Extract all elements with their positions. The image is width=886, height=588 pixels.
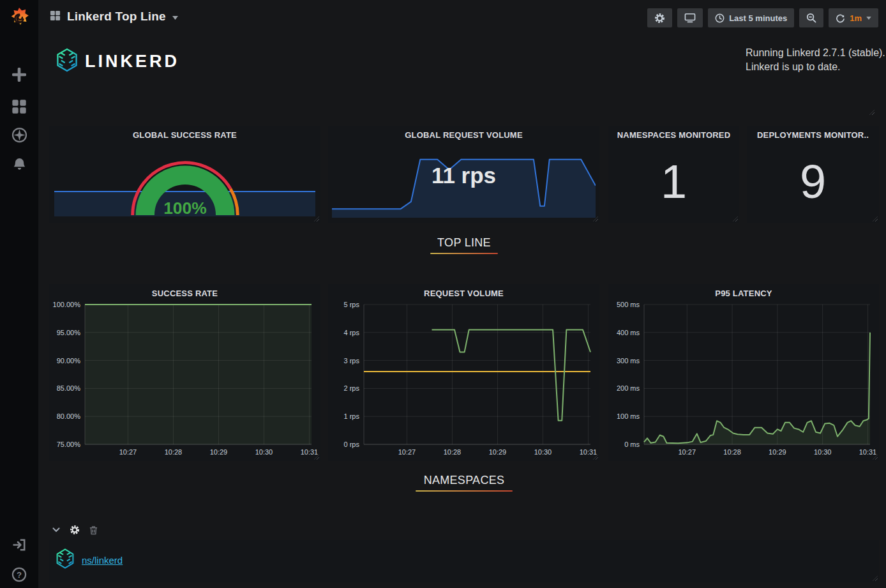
svg-text:75.00%: 75.00%	[57, 441, 81, 448]
row-header-top-line: TOP LINE	[49, 236, 879, 254]
row-underline	[416, 490, 513, 492]
panel-resize-handle[interactable]	[869, 110, 875, 115]
zoom-out-magnifier-icon	[806, 13, 816, 23]
panel-request-volume-chart: REQUEST VOLUME 5 rps4 rps3 rps2 rps1 rps…	[328, 284, 599, 461]
row-delete-trash-icon[interactable]	[89, 525, 98, 535]
svg-text:10:29: 10:29	[489, 448, 507, 456]
dashboards-icon[interactable]	[0, 99, 38, 114]
time-range-button[interactable]: Last 5 minutes	[708, 8, 794, 27]
status-line-1: Running Linkerd 2.7.1 (stable).	[746, 46, 885, 60]
page-title[interactable]: Linkerd Top Line	[67, 10, 166, 24]
panel-p95-latency-chart: P95 LATENCY 500 ms400 ms300 ms200 ms100 …	[608, 284, 879, 461]
linkerd-hexagon-icon	[54, 548, 76, 572]
panel-success-rate-chart: SUCCESS RATE 100.00%95.00%90.00%85.00%80…	[49, 284, 320, 461]
svg-text:100 ms: 100 ms	[617, 412, 640, 420]
svg-text:0 ms: 0 ms	[624, 441, 640, 448]
dashboard-settings-button[interactable]	[647, 8, 672, 27]
svg-text:10:29: 10:29	[769, 448, 786, 456]
namespace-link[interactable]: ns/linkerd	[82, 555, 123, 566]
dashboard-title-group[interactable]: Linkerd Top Line	[50, 10, 178, 24]
svg-text:2 rps: 2 rps	[344, 384, 360, 392]
clock-icon	[715, 13, 725, 23]
tv-monitor-icon	[684, 13, 696, 23]
panel-title[interactable]: GLOBAL REQUEST VOLUME	[328, 126, 599, 144]
svg-text:10:30: 10:30	[255, 448, 273, 456]
svg-text:90.00%: 90.00%	[57, 357, 81, 365]
linkerd-status-text: Running Linkerd 2.7.1 (stable). Linkerd …	[746, 46, 885, 74]
panel-global-request-volume: GLOBAL REQUEST VOLUME 11 rps	[328, 126, 599, 223]
refresh-button-group[interactable]: 1m	[829, 8, 878, 27]
request-volume-chart[interactable]: 5 rps4 rps3 rps2 rps1 rps0 rps10:2710:28…	[331, 301, 597, 458]
explore-compass-icon[interactable]	[0, 127, 38, 143]
svg-text:10:27: 10:27	[398, 448, 416, 456]
svg-text:10:28: 10:28	[723, 448, 741, 456]
svg-text:10:31: 10:31	[301, 448, 318, 456]
nav-actions: Last 5 minutes 1m	[647, 8, 878, 27]
gauge-value: 100%	[163, 199, 207, 218]
alerting-bell-icon[interactable]	[0, 157, 38, 172]
panel-title[interactable]: NAMESPACES MONITORED	[608, 126, 739, 144]
success-rate-gauge: 100%	[49, 151, 320, 218]
svg-text:100.00%: 100.00%	[53, 301, 81, 308]
svg-text:300 ms: 300 ms	[617, 357, 640, 365]
row-controls	[52, 525, 98, 535]
grafana-logo-icon[interactable]	[0, 5, 38, 32]
svg-text:10:29: 10:29	[210, 448, 228, 456]
singlestat-value: 11 rps	[328, 163, 599, 188]
sidebar: ?	[0, 0, 38, 588]
row-header-namespaces: NAMESPACES	[49, 474, 879, 492]
caret-down-icon	[866, 17, 871, 20]
singlestat-value: 9	[747, 145, 879, 218]
panel-namespaces-monitored: NAMESPACES MONITORED 1	[608, 126, 739, 223]
row-title[interactable]: TOP LINE	[437, 236, 491, 249]
svg-text:?: ?	[17, 570, 22, 580]
svg-text:400 ms: 400 ms	[617, 329, 640, 336]
svg-text:10:31: 10:31	[580, 448, 597, 456]
p95-latency-chart[interactable]: 500 ms400 ms300 ms200 ms100 ms0 ms10:271…	[611, 301, 876, 458]
caret-down-icon	[172, 11, 178, 22]
help-icon[interactable]: ?	[0, 567, 38, 582]
time-range-label: Last 5 minutes	[729, 13, 787, 23]
svg-text:80.00%: 80.00%	[57, 412, 81, 420]
svg-text:3 rps: 3 rps	[344, 357, 360, 365]
panel-title[interactable]: SUCCESS RATE	[49, 284, 320, 302]
svg-text:10:28: 10:28	[165, 448, 183, 456]
svg-text:10:28: 10:28	[444, 448, 462, 456]
panel-global-success-rate: GLOBAL SUCCESS RATE 100%	[49, 126, 320, 223]
svg-text:10:27: 10:27	[119, 448, 137, 456]
svg-text:85.00%: 85.00%	[57, 384, 81, 392]
tv-cycle-button[interactable]	[677, 8, 703, 27]
svg-text:95.00%: 95.00%	[57, 329, 81, 336]
svg-text:5 rps: 5 rps	[344, 301, 360, 308]
svg-text:200 ms: 200 ms	[617, 384, 640, 392]
dashboard-squares-icon	[50, 10, 61, 24]
row-underline	[430, 253, 498, 254]
grafana-dashboard: ? Linkerd Top Line	[0, 0, 886, 588]
svg-text:1 rps: 1 rps	[344, 412, 360, 420]
refresh-icon	[836, 13, 845, 23]
linkerd-logo: LINKERD	[54, 47, 179, 75]
status-line-2: Linkerd is up to date.	[746, 60, 885, 74]
svg-text:10:31: 10:31	[859, 448, 876, 456]
singlestat-value: 1	[608, 145, 739, 218]
row-settings-gear-icon[interactable]	[70, 525, 80, 535]
panel-title[interactable]: DEPLOYMENTS MONITOR..	[747, 126, 879, 144]
svg-text:4 rps: 4 rps	[344, 329, 360, 336]
svg-text:10:27: 10:27	[678, 448, 696, 456]
linkerd-hexagon-icon	[54, 47, 80, 75]
panel-title[interactable]: GLOBAL SUCCESS RATE	[49, 126, 320, 144]
linkerd-wordmark: LINKERD	[85, 52, 179, 72]
create-plus-icon[interactable]	[0, 68, 38, 82]
zoom-out-button[interactable]	[799, 8, 823, 27]
chevron-down-icon[interactable]	[52, 527, 60, 532]
row-title[interactable]: NAMESPACES	[424, 474, 505, 486]
panel-deployments-monitored: DEPLOYMENTS MONITOR.. 9	[747, 126, 879, 223]
panel-title[interactable]: P95 LATENCY	[608, 284, 879, 302]
gear-icon	[654, 13, 665, 24]
svg-text:0 rps: 0 rps	[344, 441, 360, 448]
refresh-interval-label[interactable]: 1m	[850, 13, 862, 23]
panel-title[interactable]: REQUEST VOLUME	[328, 284, 599, 302]
sign-in-icon[interactable]	[0, 538, 38, 552]
svg-text:10:30: 10:30	[814, 448, 832, 456]
success-rate-chart[interactable]: 100.00%95.00%90.00%85.00%80.00%75.00%10:…	[52, 301, 318, 458]
